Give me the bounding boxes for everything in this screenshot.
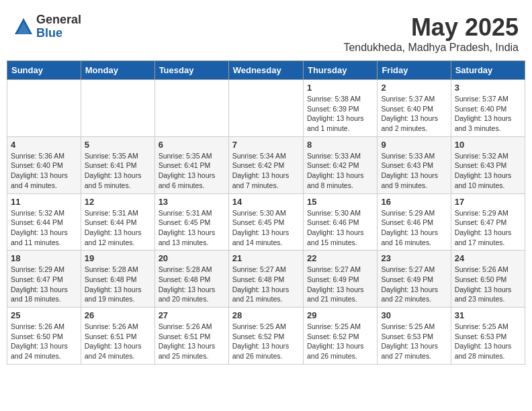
- day-number: 13: [159, 197, 225, 207]
- day-number: 7: [232, 140, 300, 150]
- day-number: 1: [307, 83, 373, 93]
- header-saturday: Saturday: [451, 61, 525, 80]
- day-number: 31: [455, 310, 521, 320]
- title-area: May 2025 Tendukheda, Madhya Pradesh, Ind…: [343, 13, 519, 54]
- day-cell: 5Sunrise: 5:35 AM Sunset: 6:41 PM Daylig…: [81, 136, 154, 193]
- calendar-header-row: SundayMondayTuesdayWednesdayThursdayFrid…: [7, 61, 525, 80]
- day-cell: 3Sunrise: 5:37 AM Sunset: 6:40 PM Daylig…: [451, 80, 525, 137]
- day-info: Sunrise: 5:32 AM Sunset: 6:43 PM Dayligh…: [455, 151, 521, 191]
- day-cell: 11Sunrise: 5:32 AM Sunset: 6:44 PM Dayli…: [7, 193, 81, 250]
- day-cell: 4Sunrise: 5:36 AM Sunset: 6:40 PM Daylig…: [7, 136, 81, 193]
- day-info: Sunrise: 5:26 AM Sunset: 6:50 PM Dayligh…: [11, 322, 77, 361]
- day-info: Sunrise: 5:28 AM Sunset: 6:48 PM Dayligh…: [85, 265, 151, 304]
- day-cell: 28Sunrise: 5:25 AM Sunset: 6:52 PM Dayli…: [228, 308, 303, 365]
- day-cell: 14Sunrise: 5:30 AM Sunset: 6:45 PM Dayli…: [228, 193, 303, 250]
- day-cell: 2Sunrise: 5:37 AM Sunset: 6:40 PM Daylig…: [378, 80, 451, 137]
- day-cell: 26Sunrise: 5:26 AM Sunset: 6:51 PM Dayli…: [81, 308, 154, 365]
- day-cell: 17Sunrise: 5:29 AM Sunset: 6:47 PM Dayli…: [451, 193, 525, 250]
- day-number: 25: [11, 310, 77, 320]
- day-info: Sunrise: 5:25 AM Sunset: 6:53 PM Dayligh…: [455, 322, 521, 361]
- header-sunday: Sunday: [7, 61, 81, 80]
- day-number: 22: [307, 253, 373, 263]
- header-monday: Monday: [81, 61, 154, 80]
- day-info: Sunrise: 5:33 AM Sunset: 6:43 PM Dayligh…: [381, 151, 447, 191]
- day-cell: 12Sunrise: 5:31 AM Sunset: 6:44 PM Dayli…: [81, 193, 154, 250]
- day-cell: 13Sunrise: 5:31 AM Sunset: 6:45 PM Dayli…: [154, 193, 228, 250]
- day-cell: 8Sunrise: 5:33 AM Sunset: 6:42 PM Daylig…: [303, 136, 377, 193]
- day-cell: [81, 80, 154, 137]
- day-number: 14: [232, 197, 300, 207]
- day-info: Sunrise: 5:26 AM Sunset: 6:51 PM Dayligh…: [159, 322, 225, 361]
- day-cell: 15Sunrise: 5:30 AM Sunset: 6:46 PM Dayli…: [303, 193, 377, 250]
- day-info: Sunrise: 5:29 AM Sunset: 6:46 PM Dayligh…: [381, 208, 447, 248]
- day-info: Sunrise: 5:31 AM Sunset: 6:44 PM Dayligh…: [85, 208, 151, 248]
- logo-general: General: [36, 13, 81, 27]
- day-cell: 1Sunrise: 5:38 AM Sunset: 6:39 PM Daylig…: [303, 80, 377, 137]
- day-info: Sunrise: 5:34 AM Sunset: 6:42 PM Dayligh…: [232, 151, 300, 191]
- logo: General Blue: [13, 13, 81, 40]
- day-number: 27: [159, 310, 225, 320]
- logo-blue: Blue: [36, 27, 81, 40]
- month-title: May 2025: [343, 13, 519, 42]
- calendar: SundayMondayTuesdayWednesdayThursdayFrid…: [7, 60, 525, 365]
- day-cell: 25Sunrise: 5:26 AM Sunset: 6:50 PM Dayli…: [7, 308, 81, 365]
- week-row-5: 25Sunrise: 5:26 AM Sunset: 6:50 PM Dayli…: [7, 308, 525, 365]
- week-row-2: 4Sunrise: 5:36 AM Sunset: 6:40 PM Daylig…: [7, 136, 525, 193]
- day-number: 12: [85, 197, 151, 207]
- day-cell: 19Sunrise: 5:28 AM Sunset: 6:48 PM Dayli…: [81, 250, 154, 308]
- day-info: Sunrise: 5:37 AM Sunset: 6:40 PM Dayligh…: [381, 94, 447, 134]
- day-cell: 23Sunrise: 5:27 AM Sunset: 6:49 PM Dayli…: [378, 250, 451, 308]
- day-info: Sunrise: 5:30 AM Sunset: 6:45 PM Dayligh…: [232, 208, 300, 248]
- day-cell: 21Sunrise: 5:27 AM Sunset: 6:48 PM Dayli…: [228, 250, 303, 308]
- day-info: Sunrise: 5:25 AM Sunset: 6:52 PM Dayligh…: [232, 322, 300, 361]
- day-info: Sunrise: 5:27 AM Sunset: 6:49 PM Dayligh…: [381, 265, 447, 304]
- day-cell: 6Sunrise: 5:35 AM Sunset: 6:41 PM Daylig…: [154, 136, 228, 193]
- day-cell: 16Sunrise: 5:29 AM Sunset: 6:46 PM Dayli…: [378, 193, 451, 250]
- day-number: 5: [85, 140, 151, 150]
- header: General Blue May 2025 Tendukheda, Madhya…: [7, 7, 525, 57]
- day-number: 17: [455, 197, 521, 207]
- header-wednesday: Wednesday: [228, 61, 303, 80]
- week-row-3: 11Sunrise: 5:32 AM Sunset: 6:44 PM Dayli…: [7, 193, 525, 250]
- day-cell: [7, 80, 81, 137]
- day-info: Sunrise: 5:26 AM Sunset: 6:50 PM Dayligh…: [455, 265, 521, 304]
- day-info: Sunrise: 5:29 AM Sunset: 6:47 PM Dayligh…: [11, 265, 77, 304]
- day-number: 26: [85, 310, 151, 320]
- day-info: Sunrise: 5:35 AM Sunset: 6:41 PM Dayligh…: [159, 151, 225, 191]
- day-cell: 18Sunrise: 5:29 AM Sunset: 6:47 PM Dayli…: [7, 250, 81, 308]
- day-cell: 9Sunrise: 5:33 AM Sunset: 6:43 PM Daylig…: [378, 136, 451, 193]
- day-number: 20: [159, 253, 225, 263]
- week-row-4: 18Sunrise: 5:29 AM Sunset: 6:47 PM Dayli…: [7, 250, 525, 308]
- day-info: Sunrise: 5:33 AM Sunset: 6:42 PM Dayligh…: [307, 151, 373, 191]
- day-info: Sunrise: 5:32 AM Sunset: 6:44 PM Dayligh…: [11, 208, 77, 248]
- day-info: Sunrise: 5:36 AM Sunset: 6:40 PM Dayligh…: [11, 151, 77, 191]
- day-cell: 29Sunrise: 5:25 AM Sunset: 6:52 PM Dayli…: [303, 308, 377, 365]
- logo-text: General Blue: [36, 13, 81, 40]
- header-tuesday: Tuesday: [154, 61, 228, 80]
- day-info: Sunrise: 5:25 AM Sunset: 6:52 PM Dayligh…: [307, 322, 373, 361]
- day-cell: 10Sunrise: 5:32 AM Sunset: 6:43 PM Dayli…: [451, 136, 525, 193]
- day-info: Sunrise: 5:38 AM Sunset: 6:39 PM Dayligh…: [307, 94, 373, 134]
- day-number: 29: [307, 310, 373, 320]
- day-cell: 31Sunrise: 5:25 AM Sunset: 6:53 PM Dayli…: [451, 308, 525, 365]
- header-thursday: Thursday: [303, 61, 377, 80]
- day-info: Sunrise: 5:35 AM Sunset: 6:41 PM Dayligh…: [85, 151, 151, 191]
- day-number: 19: [85, 253, 151, 263]
- day-info: Sunrise: 5:37 AM Sunset: 6:40 PM Dayligh…: [455, 94, 521, 134]
- day-cell: 22Sunrise: 5:27 AM Sunset: 6:49 PM Dayli…: [303, 250, 377, 308]
- logo-icon: [13, 17, 34, 37]
- day-number: 16: [381, 197, 447, 207]
- day-cell: [154, 80, 228, 137]
- day-number: 6: [159, 140, 225, 150]
- header-friday: Friday: [378, 61, 451, 80]
- day-number: 2: [381, 83, 447, 93]
- week-row-1: 1Sunrise: 5:38 AM Sunset: 6:39 PM Daylig…: [7, 80, 525, 137]
- day-cell: 20Sunrise: 5:28 AM Sunset: 6:48 PM Dayli…: [154, 250, 228, 308]
- day-number: 11: [11, 197, 77, 207]
- day-cell: 7Sunrise: 5:34 AM Sunset: 6:42 PM Daylig…: [228, 136, 303, 193]
- day-info: Sunrise: 5:27 AM Sunset: 6:48 PM Dayligh…: [232, 265, 300, 304]
- day-info: Sunrise: 5:28 AM Sunset: 6:48 PM Dayligh…: [159, 265, 225, 304]
- day-number: 24: [455, 253, 521, 263]
- day-info: Sunrise: 5:30 AM Sunset: 6:46 PM Dayligh…: [307, 208, 373, 248]
- day-cell: 24Sunrise: 5:26 AM Sunset: 6:50 PM Dayli…: [451, 250, 525, 308]
